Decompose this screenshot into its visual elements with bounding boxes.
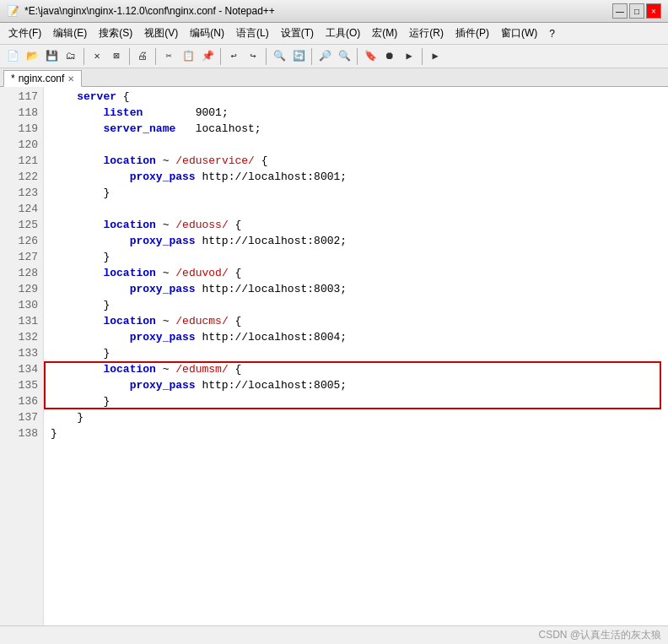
menu-view[interactable]: 视图(V) [139,24,183,42]
code-line: listen 9001; [51,105,668,121]
new-file-icon[interactable]: 📄 [3,47,22,66]
tab-nginx-conf[interactable]: * nginx.conf ✕ [3,70,82,87]
menu-tools[interactable]: 工具(O) [321,24,365,42]
line-number: 120 [0,137,43,153]
save-icon[interactable]: 💾 [42,47,61,66]
minimize-button[interactable]: — [612,3,628,19]
code-line: location ~ /eduoss/ { [51,217,668,233]
toolbar-sep-2 [129,48,130,65]
line-number: 133 [0,345,43,361]
code-line: } [51,345,668,361]
toolbar-sep-8 [422,48,423,65]
code-line: server { [51,89,668,105]
line-number: 118 [0,105,43,121]
toolbar-sep-1 [84,48,84,65]
macro-record-icon[interactable]: ⏺ [380,47,399,66]
menu-run[interactable]: 运行(R) [404,24,449,42]
status-bar: CSDN @认真生活的灰太狼 [0,625,668,644]
line-number: 119 [0,121,43,137]
menu-encode[interactable]: 编码(N) [185,24,229,42]
line-number: 136 [0,393,43,409]
menu-language[interactable]: 语言(L) [231,24,274,42]
code-area[interactable]: server { listen 9001; server_name localh… [44,87,668,625]
toolbar-sep-7 [357,48,358,65]
app-icon: 📝 [7,5,19,17]
close-button[interactable]: × [646,3,661,19]
line-number: 127 [0,249,43,265]
line-number: 128 [0,265,43,281]
menu-edit[interactable]: 编辑(E) [48,24,92,42]
tab-modified-indicator: * [11,73,15,84]
line-number: 121 [0,153,43,169]
code-line: server_name localhost; [51,121,668,137]
code-line: } [51,409,668,425]
copy-icon[interactable]: 📋 [179,47,197,66]
code-line: location ~ /eduservice/ { [51,153,668,169]
editor-area[interactable]: 1171181191201211221231241251261271281291… [0,87,668,625]
code-line: } [51,297,668,313]
toolbar-sep-4 [220,48,221,65]
print-icon[interactable]: 🖨 [133,47,152,66]
cut-icon[interactable]: ✂ [159,47,178,66]
code-line: } [51,393,668,409]
code-line: } [51,425,668,441]
line-number: 137 [0,409,43,425]
paste-icon[interactable]: 📌 [198,47,217,66]
toolbar-sep-6 [311,48,312,65]
title-bar-left: 📝 *E:\java\nginx\nginx-1.12.0\conf\nginx… [7,5,275,17]
line-number: 124 [0,201,43,217]
line-number: 123 [0,185,43,201]
line-number: 126 [0,233,43,249]
run-icon[interactable]: ▶ [426,47,444,66]
code-line [51,201,668,217]
line-number-gutter: 1171181191201211221231241251261271281291… [0,87,44,625]
window-title: *E:\java\nginx\nginx-1.12.0\conf\nginx.c… [24,5,275,17]
code-line: } [51,185,668,201]
toolbar-sep-3 [155,48,156,65]
menu-help[interactable]: ? [544,26,560,41]
code-line: location ~ /edumsm/ { [51,361,668,377]
menu-search[interactable]: 搜索(S) [94,24,137,42]
close-doc-icon[interactable]: ✕ [88,47,106,66]
menu-bar: 文件(F) 编辑(E) 搜索(S) 视图(V) 编码(N) 语言(L) 设置(T… [0,23,668,45]
code-line: proxy_pass http://localhost:8003; [51,281,668,297]
bookmark-icon[interactable]: 🔖 [361,47,380,66]
save-all-icon[interactable]: 🗂 [62,47,80,66]
toolbar: 📄 📂 💾 🗂 ✕ ⊠ 🖨 ✂ 📋 📌 ↩ ↪ 🔍 🔄 🔎 🔍 🔖 ⏺ ▶ ▶ [0,45,668,68]
zoom-out-icon[interactable]: 🔍 [335,47,353,66]
code-line: location ~ /educms/ { [51,313,668,329]
tab-close-button[interactable]: ✕ [67,74,74,84]
line-number: 138 [0,425,43,441]
macro-play-icon[interactable]: ▶ [400,47,418,66]
tab-label: nginx.conf [19,73,65,84]
line-number: 132 [0,329,43,345]
line-number: 117 [0,89,43,105]
zoom-in-icon[interactable]: 🔎 [315,47,334,66]
title-bar-controls[interactable]: — □ × [612,3,661,19]
open-file-icon[interactable]: 📂 [23,47,41,66]
redo-icon[interactable]: ↪ [244,47,262,66]
find-icon[interactable]: 🔍 [270,47,288,66]
menu-plugins[interactable]: 插件(P) [450,24,494,42]
line-number: 129 [0,281,43,297]
find-replace-icon[interactable]: 🔄 [289,47,308,66]
line-number: 125 [0,217,43,233]
menu-file[interactable]: 文件(F) [3,24,46,42]
line-number: 135 [0,377,43,393]
code-line [51,137,668,153]
tab-bar: * nginx.conf ✕ [0,68,668,87]
menu-settings[interactable]: 设置(T) [276,24,319,42]
menu-macro[interactable]: 宏(M) [367,24,402,42]
line-number: 131 [0,313,43,329]
toolbar-sep-5 [266,48,267,65]
watermark: CSDN @认真生活的灰太狼 [538,628,661,642]
close-all-icon[interactable]: ⊠ [107,47,126,66]
code-line: location ~ /eduvod/ { [51,265,668,281]
menu-window[interactable]: 窗口(W) [496,24,542,42]
maximize-button[interactable]: □ [629,3,644,19]
code-line: proxy_pass http://localhost:8002; [51,233,668,249]
undo-icon[interactable]: ↩ [224,47,243,66]
code-line: proxy_pass http://localhost:8004; [51,329,668,345]
title-bar: 📝 *E:\java\nginx\nginx-1.12.0\conf\nginx… [0,0,668,23]
code-line: } [51,249,668,265]
